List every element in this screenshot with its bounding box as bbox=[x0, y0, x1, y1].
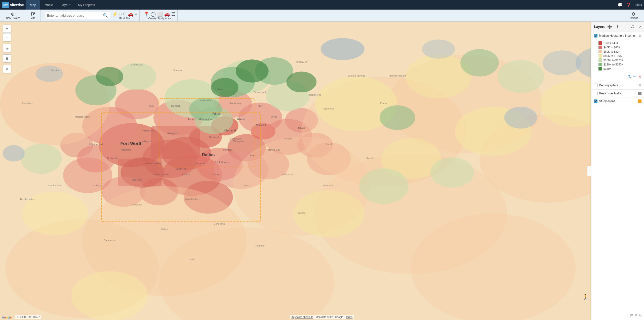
nav-tab-my-projects[interactable]: My Projects bbox=[74, 0, 99, 10]
circle-draw-icon[interactable]: ○ bbox=[119, 11, 122, 17]
square-study-icon[interactable]: ⬜ bbox=[157, 11, 163, 17]
info-icon[interactable]: ℹ bbox=[614, 24, 620, 30]
svg-text:Decatur: Decatur bbox=[51, 69, 59, 72]
app-logo: SW sitewise bbox=[2, 2, 24, 8]
svg-text:Jacksboro: Jacksboro bbox=[22, 102, 33, 104]
map-button[interactable]: 🗺 Map bbox=[27, 11, 38, 21]
legend-item-80k-100k: $80K to $100K bbox=[598, 54, 641, 58]
svg-text:Terrell: Terrell bbox=[326, 143, 332, 146]
edit-layer-icon[interactable]: ✏ bbox=[633, 74, 636, 79]
svg-text:Mineola: Mineola bbox=[366, 157, 374, 159]
nav-tab-map[interactable]: Map bbox=[26, 0, 39, 10]
user-label[interactable]: aitest bbox=[635, 3, 642, 7]
svg-text:Balch Springs: Balch Springs bbox=[214, 161, 230, 163]
svg-text:Wills Point: Wills Point bbox=[323, 184, 335, 187]
layer-study-areas-checkbox[interactable] bbox=[594, 99, 597, 103]
layer-traffic-checkbox[interactable] bbox=[594, 92, 597, 95]
svg-text:Hillsboro: Hillsboro bbox=[160, 228, 170, 231]
search-input[interactable] bbox=[47, 14, 101, 17]
remove-layer-icon[interactable]: ✕ bbox=[638, 74, 641, 79]
svg-text:Arlington: Arlington bbox=[167, 132, 178, 135]
map-coordinates: 33.33500, -95.40977 bbox=[15, 315, 41, 319]
layer-traffic-name: Real-Time Traffic bbox=[599, 92, 636, 95]
svg-text:Gainesville: Gainesville bbox=[131, 63, 143, 66]
help-icon[interactable]: ❓ bbox=[626, 3, 631, 7]
map-container[interactable]: Fort Worth Dallas Garland Plano Frisco I… bbox=[0, 22, 644, 320]
zoom-out-button[interactable]: − bbox=[3, 33, 11, 41]
map-label: Map bbox=[30, 17, 35, 19]
search-icon[interactable]: 🔍 bbox=[103, 13, 108, 18]
layers-toggle-button[interactable]: ⧉ bbox=[3, 65, 11, 73]
legend-item-120k-150k: $120K to $150K bbox=[598, 63, 641, 66]
new-project-label: New Project bbox=[6, 17, 20, 19]
layer-median-income-checkbox[interactable] bbox=[594, 34, 597, 38]
svg-point-56 bbox=[497, 60, 544, 93]
svg-text:DeSoto: DeSoto bbox=[182, 173, 190, 176]
zoom-in-button[interactable]: + bbox=[3, 25, 11, 33]
svg-text:Denton: Denton bbox=[171, 104, 180, 107]
nav-tab-profile[interactable]: Profile bbox=[40, 0, 57, 10]
svg-text:Dallas: Dallas bbox=[202, 152, 215, 157]
add-pin-icon[interactable]: 📍 bbox=[144, 11, 149, 17]
terms-link[interactable]: Terms bbox=[346, 316, 352, 318]
svg-text:Wills Point: Wills Point bbox=[282, 173, 294, 176]
add-layer-icon[interactable]: ➕ bbox=[607, 24, 613, 30]
car-study-icon[interactable]: 🚗 bbox=[164, 11, 170, 17]
legend-color-under40k bbox=[598, 41, 602, 45]
svg-text:Waxahachie: Waxahachie bbox=[185, 198, 199, 200]
keyboard-shortcuts-link[interactable]: Keyboard shortcuts bbox=[292, 316, 313, 318]
map-controls: + − ◎ ⊕ ⧉ bbox=[3, 25, 11, 73]
print-icon[interactable]: 🖨 bbox=[629, 24, 635, 30]
layer-demographics-checkbox[interactable] bbox=[594, 84, 597, 87]
svg-text:Canton: Canton bbox=[298, 211, 306, 214]
svg-point-64 bbox=[236, 59, 269, 83]
circle-study-icon[interactable]: ◯ bbox=[151, 11, 156, 17]
layer-demographics-name: Demographics bbox=[599, 84, 635, 87]
panel-icon-3[interactable]: ↖ bbox=[639, 313, 642, 318]
toolbar-group-create-study-area: 📍 ◯ ⬜ 🚗 ☰ Create Study Area bbox=[142, 10, 178, 21]
svg-point-72 bbox=[3, 145, 25, 161]
pegman-button[interactable]: 🚶 bbox=[582, 294, 589, 300]
share-icon[interactable]: ↗ bbox=[637, 24, 643, 30]
drive-time-icon[interactable]: 🚗 bbox=[128, 11, 133, 17]
map-canvas: Fort Worth Dallas Garland Plano Frisco I… bbox=[0, 22, 644, 320]
list-study-icon[interactable]: ☰ bbox=[171, 11, 175, 17]
svg-text:Stephenville: Stephenville bbox=[48, 184, 62, 187]
svg-text:Mineral Wells: Mineral Wells bbox=[75, 115, 90, 118]
lightning-icon[interactable]: ⚡ bbox=[112, 11, 118, 17]
grid-icon[interactable]: ⊞ bbox=[622, 24, 628, 30]
svg-text:Cleburne: Cleburne bbox=[132, 203, 142, 206]
find-site-label: Find Site bbox=[119, 17, 130, 20]
locate-button[interactable]: ◎ bbox=[3, 44, 11, 52]
svg-point-68 bbox=[321, 38, 365, 60]
panel-icon-2[interactable]: ≡ bbox=[635, 313, 637, 318]
compass-button[interactable]: ⊕ bbox=[3, 54, 11, 62]
collapse-panel-button[interactable]: › bbox=[587, 166, 591, 176]
new-project-button[interactable]: ⊕ New Project bbox=[5, 11, 21, 21]
legend-label-under40k: Under $40K bbox=[603, 42, 618, 45]
svg-text:Allen: Allen bbox=[258, 104, 263, 107]
layer-demographics-header[interactable]: Demographics › ⚙ bbox=[591, 81, 644, 89]
settings-button[interactable]: ⚙ Settings bbox=[627, 11, 639, 21]
chat-icon[interactable]: 💬 bbox=[618, 3, 623, 7]
map-data-text: Map data ©2025 Google bbox=[316, 316, 343, 318]
search-bar[interactable]: 🔍 bbox=[45, 12, 110, 19]
svg-text:McKinney: McKinney bbox=[230, 102, 241, 104]
nav-tab-layout[interactable]: Layout bbox=[57, 0, 74, 10]
svg-text:Frisco: Frisco bbox=[212, 112, 221, 116]
svg-text:Fate: Fate bbox=[250, 154, 255, 157]
layer-traffic-header[interactable]: Real-Time Traffic bbox=[591, 90, 644, 97]
svg-text:Benbrook: Benbrook bbox=[107, 157, 118, 159]
svg-text:Greenville: Greenville bbox=[296, 60, 307, 63]
legend-median-income: Under $40K $40K to $60K $60K to $80K $80… bbox=[591, 40, 644, 73]
layer-median-income-header[interactable]: Median Household Income ⊞ bbox=[591, 32, 644, 40]
svg-text:Haltom City: Haltom City bbox=[142, 129, 154, 132]
svg-text:Mansfield: Mansfield bbox=[132, 179, 142, 181]
filter-icon[interactable]: ⚗ bbox=[627, 74, 631, 79]
demographics-expand-arrow[interactable]: › bbox=[636, 84, 637, 87]
panel-icon-1[interactable]: ⊞ bbox=[630, 313, 633, 318]
demographics-settings-icon[interactable]: ⚙ bbox=[638, 83, 641, 87]
rectangle-draw-icon[interactable]: □ bbox=[124, 11, 126, 17]
layer-study-areas-header[interactable]: Study Areas bbox=[591, 97, 644, 105]
list-icon[interactable]: ≡ bbox=[135, 11, 138, 17]
